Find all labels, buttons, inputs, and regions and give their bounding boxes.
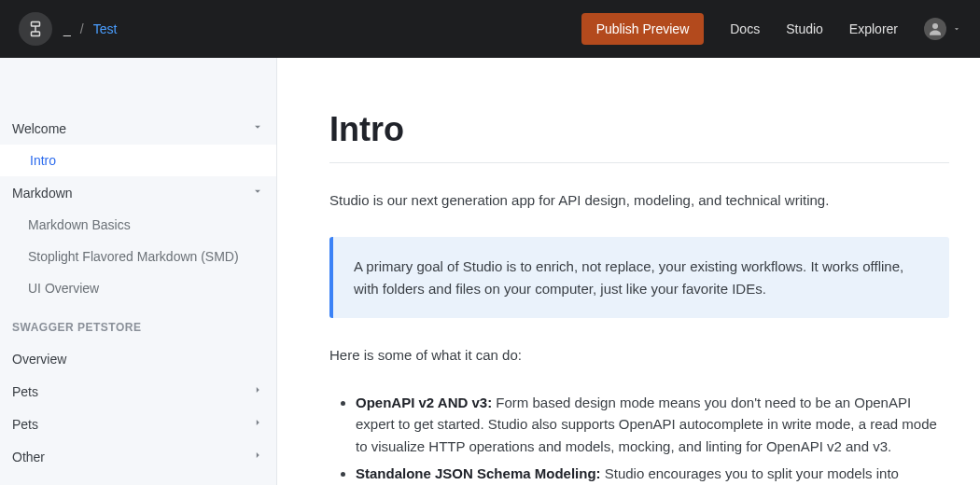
sidebar-label: Overview (12, 352, 66, 367)
sidebar-label: UI Overview (28, 281, 99, 296)
sidebar-item-intro[interactable]: Intro (0, 145, 276, 176)
sidebar-item-other[interactable]: Other (0, 440, 276, 473)
body: Welcome Intro Markdown Markdown Basics S… (0, 58, 980, 485)
sidebar-label: Pets (12, 384, 38, 399)
sidebar-label: Stoplight Flavored Markdown (SMD) (28, 249, 239, 264)
breadcrumb-workspace[interactable]: _ (63, 21, 71, 36)
chevron-down-icon (251, 120, 264, 136)
logo-icon[interactable] (19, 12, 52, 46)
sidebar-label: Intro (30, 153, 56, 168)
sidebar-label: Other (12, 450, 45, 464)
sidebar-label: Markdown (12, 186, 73, 201)
page-title: Intro (329, 110, 950, 149)
sidebar-item-pets-2[interactable]: Pets (0, 408, 276, 440)
sidebar-label: Welcome (12, 121, 66, 136)
header-bar: _ / Test Publish Preview Docs Studio Exp… (0, 0, 980, 58)
user-menu[interactable] (924, 18, 961, 40)
sidebar-label: Markdown Basics (28, 217, 131, 232)
main-content: Intro Studio is our next generation app … (277, 58, 980, 485)
sidebar-section-title: SWAGGER PETSTORE (0, 304, 276, 343)
chevron-down-icon (251, 185, 264, 201)
breadcrumb-separator: / (80, 21, 84, 36)
avatar-icon (924, 18, 946, 40)
svg-rect-1 (32, 32, 40, 36)
sidebar-group-markdown[interactable]: Markdown (0, 176, 276, 209)
title-divider (329, 162, 949, 163)
sidebar-item-pets-1[interactable]: Pets (0, 375, 276, 408)
breadcrumb: _ / Test (63, 21, 117, 36)
svg-rect-0 (32, 22, 40, 27)
list-item: OpenAPI v2 AND v3: Form based design mod… (356, 392, 950, 457)
list-item: Standalone JSON Schema Modeling: Studio … (356, 463, 950, 485)
info-callout: A primary goal of Studio is to enrich, n… (329, 237, 949, 318)
sidebar-item-ui-overview[interactable]: UI Overview (0, 272, 276, 304)
nav-docs[interactable]: Docs (730, 21, 760, 36)
chevron-right-icon (251, 383, 264, 399)
sidebar-item-overview[interactable]: Overview (0, 343, 276, 375)
breadcrumb-project-link[interactable]: Test (93, 21, 118, 36)
sidebar-item-markdown-basics[interactable]: Markdown Basics (0, 209, 276, 241)
list-item-bold: Standalone JSON Schema Modeling: (356, 465, 601, 481)
publish-preview-button[interactable]: Publish Preview (581, 13, 705, 45)
svg-point-2 (932, 23, 938, 29)
nav-studio[interactable]: Studio (786, 21, 823, 36)
sidebar-group-welcome[interactable]: Welcome (0, 112, 276, 145)
nav-explorer[interactable]: Explorer (849, 21, 898, 36)
sidebar: Welcome Intro Markdown Markdown Basics S… (0, 58, 277, 485)
header-right: Publish Preview Docs Studio Explorer (581, 13, 961, 45)
list-item-bold: OpenAPI v2 AND v3: (356, 395, 492, 410)
list-intro-paragraph: Here is some of what it can do: (329, 344, 950, 366)
chevron-down-icon (952, 21, 961, 37)
chevron-right-icon (251, 449, 264, 464)
intro-paragraph: Studio is our next generation app for AP… (329, 189, 950, 211)
sidebar-label: Pets (12, 417, 38, 432)
chevron-right-icon (251, 416, 264, 432)
sidebar-item-smd[interactable]: Stoplight Flavored Markdown (SMD) (0, 241, 276, 272)
feature-list: OpenAPI v2 AND v3: Form based design mod… (329, 392, 950, 485)
